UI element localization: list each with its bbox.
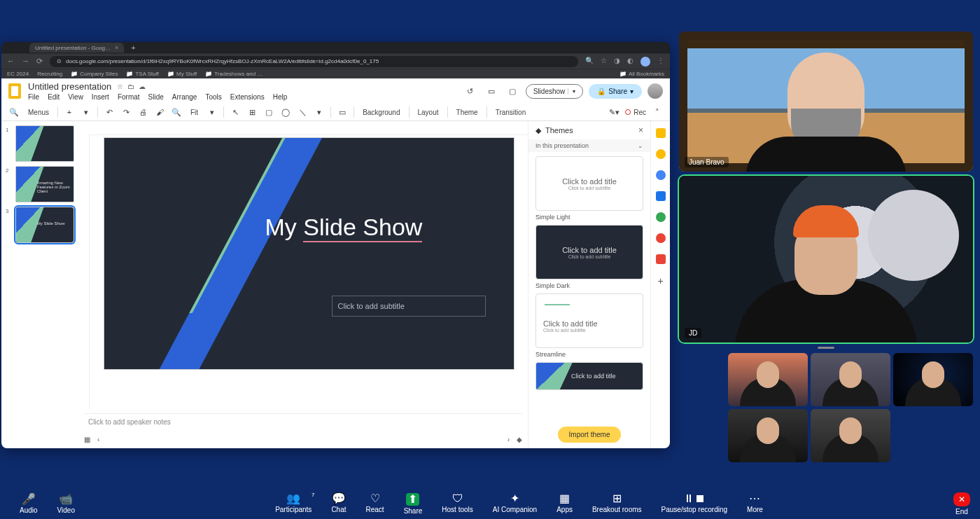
presentation-title[interactable]: Untitled presentation — [28, 81, 111, 92]
chat-button[interactable]: 💬Chat — [321, 493, 356, 515]
collapse-icon[interactable]: ˄ — [652, 108, 663, 117]
explore-icon[interactable]: ◆ — [517, 436, 522, 443]
slide-thumbnail[interactable] — [15, 125, 74, 162]
theme-card[interactable]: Click to add title Click to add subtitle — [536, 156, 643, 211]
participants-button[interactable]: 👥7Participants — [265, 493, 321, 515]
slides-logo-icon[interactable] — [8, 83, 21, 99]
addon-icon[interactable] — [656, 233, 666, 243]
bookmark-item[interactable]: Recruiting — [37, 71, 62, 77]
ext-icon[interactable]: ◑ — [614, 57, 620, 67]
theme-card[interactable]: Click to add title Click to add subtitle — [536, 293, 643, 348]
bookmark-folder[interactable]: TSA Stuff — [126, 71, 159, 77]
star-icon[interactable]: ☆ — [117, 83, 123, 90]
participant-tile[interactable]: Jon — [811, 353, 890, 406]
breakout-rooms-button[interactable]: ⊞Breakout rooms — [582, 493, 652, 515]
slide-canvas[interactable]: My Slide Show Click to add subtitle — [104, 138, 514, 369]
url-field[interactable]: ⊙ docs.google.com/presentation/d/1f6iH2x… — [50, 56, 578, 67]
menu-edit[interactable]: Edit — [48, 93, 59, 101]
participant-tile-active[interactable]: JD — [679, 176, 973, 342]
chevron-down-icon[interactable]: ▾ — [314, 108, 325, 117]
menu-view[interactable]: View — [68, 93, 83, 101]
slideshow-button[interactable]: Slideshow ▾ — [526, 84, 584, 99]
theme-button[interactable]: Theme — [454, 107, 481, 118]
slide-thumbnail[interactable]: Amazing New Features in Zoom Client — [15, 166, 74, 202]
apps-button[interactable]: ▦Apps — [547, 493, 582, 515]
end-meeting-button[interactable]: ✕ — [953, 492, 970, 506]
close-icon[interactable]: × — [638, 125, 643, 135]
addon-icon[interactable] — [656, 254, 666, 264]
background-button[interactable]: Background — [360, 107, 402, 118]
menu-extensions[interactable]: Extensions — [230, 93, 265, 101]
zoom-icon[interactable]: 🔍 — [171, 108, 182, 117]
textbox-icon[interactable]: ⊞ — [246, 108, 258, 117]
speaker-notes[interactable]: Click to add speaker notes — [84, 413, 522, 431]
keep-icon[interactable] — [656, 128, 666, 138]
next-slide-icon[interactable]: › — [507, 436, 510, 443]
image-icon[interactable]: ▢ — [263, 108, 274, 117]
chevron-down-icon[interactable]: ▾ — [206, 108, 218, 117]
audio-button[interactable]: 🎤Audio — [10, 494, 48, 514]
add-icon[interactable]: + — [657, 275, 663, 286]
paint-icon[interactable]: 🖌 — [154, 108, 165, 116]
browser-tab[interactable]: Untitled presentation - Goog… × — [29, 43, 124, 53]
participant-tile[interactable]: Juan Bravo — [679, 32, 973, 172]
pen-icon[interactable]: ✎▾ — [608, 108, 620, 117]
bookmark-folder[interactable]: Tradeshows and … — [205, 71, 262, 77]
theme-card[interactable]: Click to add title — [536, 362, 643, 390]
move-icon[interactable]: 🗀 — [127, 83, 134, 90]
ai-companion-button[interactable]: ✦AI Companion — [483, 493, 547, 515]
reload-icon[interactable]: ⟳ — [36, 57, 43, 66]
user-avatar[interactable] — [648, 83, 663, 99]
menus-button[interactable]: Menus — [25, 107, 52, 118]
menu-insert[interactable]: Insert — [92, 93, 109, 101]
host-tools-button[interactable]: 🛡Host tools — [432, 493, 482, 515]
drag-handle[interactable] — [818, 347, 834, 349]
share-screen-button[interactable]: ⬆Share — [394, 493, 433, 515]
search-icon[interactable]: 🔍 — [8, 108, 20, 117]
prev-slide-icon[interactable]: ‹ — [97, 436, 99, 443]
comment-icon[interactable]: ▭ — [337, 108, 348, 117]
menu-tools[interactable]: Tools — [205, 93, 221, 101]
back-icon[interactable]: ← — [7, 57, 15, 66]
participant-tile[interactable]: Wes — [728, 409, 808, 462]
theme-card[interactable]: Click to add title Click to add subtitle — [536, 225, 643, 279]
close-icon[interactable]: × — [115, 44, 118, 51]
print-icon[interactable]: 🖨 — [137, 108, 148, 116]
menu-slide[interactable]: Slide — [148, 93, 164, 101]
forward-icon[interactable]: → — [22, 57, 29, 66]
participant-tile[interactable]: Max Power — [811, 409, 890, 462]
redo-icon[interactable]: ↷ — [120, 108, 132, 117]
transition-button[interactable]: Transition — [493, 107, 529, 118]
import-theme-button[interactable]: Import theme — [558, 427, 622, 443]
history-icon[interactable]: ↺ — [463, 83, 478, 99]
all-bookmarks[interactable]: All Bookmarks — [620, 71, 664, 77]
keep-icon[interactable] — [656, 149, 666, 159]
layout-button[interactable]: Layout — [415, 107, 442, 118]
video-button[interactable]: 📹Video — [48, 494, 85, 514]
line-icon[interactable]: ＼ — [297, 107, 308, 118]
themes-subheader[interactable]: In this presentation ⌄ — [528, 139, 650, 152]
maps-icon[interactable] — [656, 212, 666, 222]
undo-icon[interactable]: ↶ — [104, 108, 115, 117]
comment-icon[interactable]: ▭ — [484, 83, 499, 99]
contacts-icon[interactable] — [656, 191, 666, 201]
menu-icon[interactable]: ⋮ — [657, 57, 664, 67]
bookmark-folder[interactable]: My Stuff — [167, 71, 197, 77]
participant-tile[interactable]: Sarah Kim — [728, 353, 808, 406]
cursor-icon[interactable]: ↖ — [230, 108, 241, 117]
profile-icon[interactable] — [640, 57, 650, 67]
slide-thumbnail[interactable]: My Slide Show — [15, 207, 74, 243]
ext-icon[interactable]: ◐ — [627, 57, 634, 67]
slide-subtitle-placeholder[interactable]: Click to add subtitle — [332, 296, 486, 317]
pause-stop-recording-button[interactable]: ⏸⏹Pause/stop recording — [652, 493, 738, 515]
menu-arrange[interactable]: Arrange — [172, 93, 197, 101]
bookmark-folder[interactable]: Company Sites — [71, 71, 118, 77]
chevron-down-icon[interactable]: ▾ — [80, 108, 92, 117]
bookmark-item[interactable]: EC 2024 — [7, 71, 29, 77]
menu-format[interactable]: Format — [118, 93, 140, 101]
new-slide-button[interactable]: + — [64, 108, 75, 116]
chevron-down-icon[interactable]: ▾ — [568, 88, 575, 95]
more-button[interactable]: ⋯More — [737, 493, 773, 515]
participant-tile[interactable]: Robert — [893, 353, 973, 406]
react-button[interactable]: ♡React — [356, 493, 394, 515]
